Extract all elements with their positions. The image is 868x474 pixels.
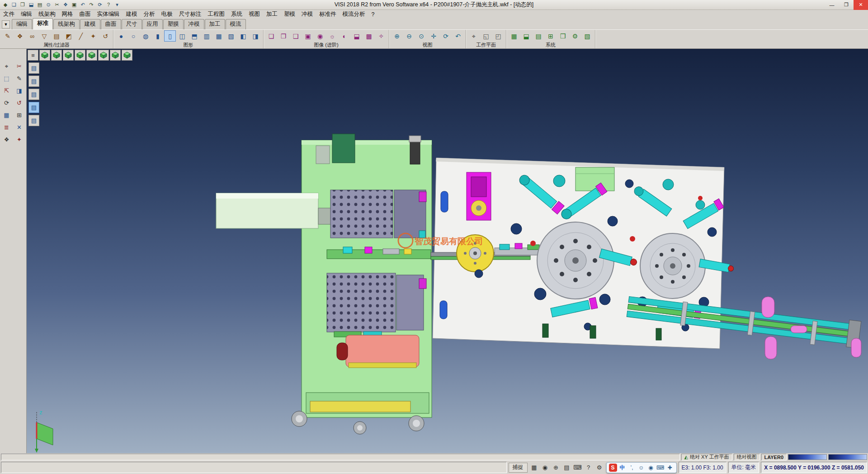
sun-icon[interactable]: ☼ (326, 30, 338, 42)
clipboard-view-icon-2[interactable]: ▤ (28, 76, 39, 87)
menu-system[interactable]: 系统 (228, 10, 245, 18)
linetype-filter-icon[interactable]: ╱ (75, 30, 87, 42)
workplane-indicator[interactable]: ◭ 绝对 XY 工作平面 (681, 454, 732, 460)
close-button[interactable]: ✕ (854, 0, 868, 10)
menu-mold[interactable]: 塑模 (281, 10, 298, 18)
clipboard-icon[interactable]: ❒ (557, 30, 569, 42)
record-icon[interactable]: ◉ (540, 463, 550, 473)
layer-indicator[interactable]: LAYER0 (761, 454, 787, 460)
view-cube-2[interactable] (51, 50, 62, 61)
menu-file[interactable]: 文件 (0, 10, 18, 18)
rotate-view-icon[interactable]: ⟳ (440, 30, 452, 42)
blue-handle-1[interactable] (441, 191, 448, 212)
tab-machining[interactable]: 加工 (205, 19, 225, 29)
menu-analysis[interactable]: 分析 (141, 10, 158, 18)
view-cube-1[interactable] (39, 50, 50, 61)
image-gallery-icon[interactable]: ❐ (278, 30, 289, 42)
tab-dimension[interactable]: 尺寸 (122, 19, 142, 29)
menu-mesh[interactable]: 网格 (59, 10, 76, 18)
grid-icon[interactable]: ⊞ (545, 30, 557, 42)
minimize-button[interactable]: — (825, 0, 839, 10)
view-menu-icon[interactable]: ≡ (28, 50, 38, 61)
menu-flow-analysis[interactable]: 模流分析 (340, 10, 368, 18)
texture-icon[interactable]: ▩ (363, 30, 375, 42)
rotary-turntable-2[interactable] (640, 233, 705, 299)
material-icon[interactable]: ▣ (302, 30, 314, 42)
solid-view-icon[interactable]: ◧ (237, 30, 249, 42)
view-cube-7[interactable] (110, 50, 121, 61)
circle-display-icon[interactable]: ○ (127, 30, 139, 42)
snap-toggle-button[interactable]: 捕捉 (509, 463, 528, 473)
highlight-filter-icon[interactable]: ✦ (87, 30, 99, 42)
wireframe-view-icon[interactable]: ◫ (176, 30, 188, 42)
tab-edit[interactable]: 编辑 (12, 19, 32, 29)
view-cube-8[interactable] (122, 50, 132, 61)
view-indicator[interactable]: 绝对视图 (734, 454, 760, 460)
ime-punct-icon[interactable]: ’, (628, 464, 636, 472)
shaded-view-icon[interactable]: ▯ (164, 30, 176, 42)
monitor-icon[interactable]: ⬓ (520, 30, 532, 42)
zoom-out-icon[interactable]: ⊖ (403, 30, 415, 42)
workplane-origin-icon[interactable]: ⌖ (468, 30, 480, 42)
menu-edit[interactable]: 编辑 (18, 10, 35, 18)
tab-flow[interactable]: 模流 (226, 19, 246, 29)
capture-icon[interactable]: ▦ (529, 463, 539, 473)
view-cube-3[interactable] (63, 50, 74, 61)
copy-element-icon[interactable]: ❖ (1, 134, 12, 145)
tab-surface[interactable]: 曲面 (101, 19, 121, 29)
zoom-status-icon[interactable]: ⊕ (551, 463, 561, 473)
light-icon[interactable]: ◉ (314, 30, 326, 42)
undo-icon[interactable]: ↶ (79, 1, 87, 9)
previous-view-icon[interactable]: ↶ (452, 30, 464, 42)
blue-handle-2[interactable] (440, 301, 447, 319)
ime-keyboard-icon[interactable]: ⌨ (656, 464, 665, 472)
workplane-xy-icon[interactable]: ◱ (480, 30, 492, 42)
menu-drafting[interactable]: 工程图 (205, 10, 228, 18)
clipboard-view-icon-3[interactable]: ▤ (28, 89, 39, 100)
menu-help[interactable]: ? (368, 11, 378, 18)
keyboard-icon[interactable]: ⌨ (573, 463, 583, 473)
menu-wireframe[interactable]: 线架构 (35, 10, 59, 18)
menu-machining[interactable]: 加工 (263, 10, 281, 18)
settings-icon[interactable]: ⚙ (569, 30, 581, 42)
transparent-view-icon[interactable]: ◨ (250, 30, 261, 42)
section-view-icon[interactable]: ▥ (201, 30, 212, 42)
paste-icon[interactable]: ▣ (70, 1, 78, 9)
link-icon[interactable]: ∞ (26, 30, 38, 42)
menu-dimension[interactable]: 尺寸标注 (176, 10, 205, 18)
list-icon[interactable]: ≣ (1, 122, 12, 133)
clipboard-view-icon-5[interactable]: ▤ (28, 115, 39, 126)
settings-status-icon[interactable]: ⚙ (594, 463, 604, 473)
copy-icon[interactable]: ❖ (61, 1, 70, 9)
view-cube-6[interactable] (98, 50, 109, 61)
menu-view[interactable]: 视图 (245, 10, 263, 18)
tab-wireframe[interactable]: 线架构 (53, 19, 80, 29)
add-element-icon[interactable]: ⊞ (14, 109, 25, 121)
tab-film[interactable]: 塑膜 (163, 19, 184, 29)
green-machine-cabinet[interactable] (216, 134, 432, 434)
cut-icon[interactable]: ✂ (53, 1, 61, 9)
save-icon[interactable]: ⬓ (27, 1, 35, 9)
bounding-box-icon[interactable]: ▧ (225, 30, 237, 42)
hidden-line-icon[interactable]: ⬒ (189, 30, 200, 42)
color-palette-1[interactable] (788, 454, 827, 460)
sphere-display-icon[interactable]: ◍ (140, 30, 151, 42)
edit-geometry-icon[interactable]: ✎ (14, 73, 25, 84)
color-table-icon[interactable]: ▦ (508, 30, 520, 42)
menu-surface[interactable]: 曲面 (76, 10, 94, 18)
print-status-icon[interactable]: ▤ (562, 463, 572, 473)
viewport[interactable]: ≡ (27, 49, 868, 453)
sogou-logo-icon[interactable]: S (609, 464, 617, 472)
layer-filter-icon[interactable]: ▤ (51, 30, 62, 42)
ime-mode-icon[interactable]: 中 (618, 464, 627, 472)
menu-solid-edit[interactable]: 实体编辑 (94, 10, 123, 18)
app-icon[interactable]: ◆ (1, 1, 9, 9)
help-status-icon[interactable]: ? (584, 463, 594, 473)
delete-icon[interactable]: ✕ (14, 122, 25, 133)
cad-model-canvas[interactable]: 智茂贸易有限公司 z (27, 49, 868, 453)
color-filter-icon[interactable]: ◩ (63, 30, 75, 42)
screen-icon[interactable]: ⬓ (351, 30, 363, 42)
redo-icon[interactable]: ↷ (87, 1, 95, 9)
menu-die[interactable]: 冲模 (298, 10, 316, 18)
report-icon[interactable]: ▤ (533, 30, 544, 42)
